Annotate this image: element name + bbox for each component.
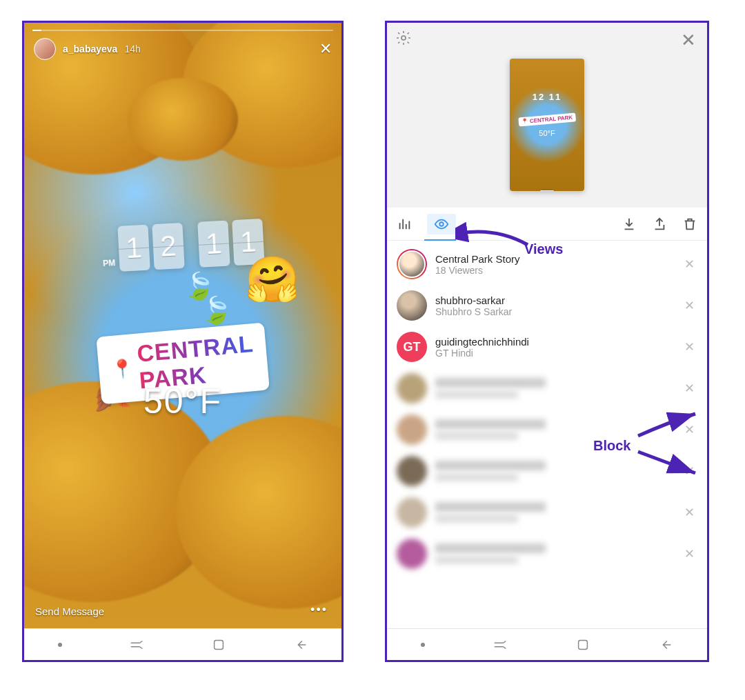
phone-left: a_babayeva 14h ✕ PM 1 2 1 1 🍃 🍃 🤗 🍂 📍 CE…	[22, 21, 344, 662]
blurred-text	[435, 543, 546, 553]
dismiss-icon[interactable]: ✕	[682, 254, 697, 274]
nav-home-button[interactable]	[575, 637, 590, 652]
viewer-count: 18 Viewers	[435, 265, 520, 276]
avatar-blurred	[397, 497, 427, 528]
thumb-temp: 50°F	[539, 129, 555, 137]
avatar-blurred	[397, 456, 427, 486]
nav-recents-button[interactable]	[129, 637, 144, 652]
pm-label: PM	[103, 258, 116, 272]
block-icon[interactable]: ✕	[682, 337, 697, 357]
blurred-text	[435, 390, 518, 399]
location-pin-icon: 📍	[110, 357, 135, 381]
avatar[interactable]: GT	[397, 332, 427, 362]
insights-tab-icon[interactable]	[397, 217, 412, 232]
username[interactable]: a_babayeva	[63, 43, 117, 54]
viewer-row[interactable]: shubhro-sarkar Shubhro S Sarkar ✕	[387, 285, 707, 326]
blurred-text	[435, 461, 546, 470]
story-header: a_babayeva 14h ✕	[34, 38, 332, 60]
views-tab-icon[interactable]	[427, 214, 456, 234]
block-icon[interactable]: ✕	[682, 419, 697, 440]
viewer-summary-row: Central Park Story 18 Viewers ✕	[387, 243, 707, 285]
block-icon[interactable]: ✕	[682, 502, 697, 523]
timestamp: 14h	[124, 43, 140, 54]
blurred-text	[435, 419, 546, 429]
blurred-text	[435, 378, 546, 388]
blurred-text	[435, 473, 518, 481]
nav-dot[interactable]	[58, 643, 62, 647]
story-title: Central Park Story	[435, 253, 520, 265]
android-nav-bar	[24, 628, 341, 660]
viewer-username: shubhro-sarkar	[435, 294, 512, 306]
viewers-tabbar	[387, 208, 707, 241]
android-nav-bar	[387, 628, 707, 660]
clock-digit: 1	[117, 225, 150, 272]
phone-right: ✕ 12 11 📍 CENTRAL PARK 50°F	[385, 21, 709, 662]
time-sticker[interactable]: PM 1 2 1 1	[101, 219, 264, 272]
close-icon[interactable]: ✕	[319, 40, 332, 58]
viewer-row[interactable]: GT guidingtechnichhindi GT Hindi ✕	[387, 326, 707, 368]
nav-recents-button[interactable]	[493, 637, 508, 652]
avatar[interactable]	[34, 38, 56, 60]
gear-icon[interactable]	[395, 30, 412, 49]
block-icon[interactable]: ✕	[682, 378, 697, 399]
trash-icon[interactable]	[682, 217, 697, 232]
share-icon[interactable]	[652, 217, 667, 232]
svg-point-2	[439, 222, 444, 226]
avatar-blurred	[397, 539, 427, 569]
story-background: a_babayeva 14h ✕ PM 1 2 1 1 🍃 🍃 🤗 🍂 📍 CE…	[24, 23, 341, 630]
viewer-row-blurred: ✕	[387, 492, 707, 533]
svg-rect-3	[579, 640, 588, 649]
nav-home-button[interactable]	[211, 637, 226, 652]
viewer-row-blurred: ✕	[387, 409, 707, 450]
story-thumbnail[interactable]: 12 11 📍 CENTRAL PARK 50°F	[510, 59, 584, 191]
svg-rect-0	[214, 640, 223, 649]
more-icon[interactable]: •••	[310, 603, 328, 617]
story-progress-fill	[32, 30, 41, 31]
thumb-location: 📍 CENTRAL PARK	[518, 112, 575, 126]
viewers-header: ✕ 12 11 📍 CENTRAL PARK 50°F	[387, 23, 707, 208]
avatar-blurred	[397, 414, 427, 445]
leaf-emoji: 🍃	[200, 295, 232, 326]
block-icon[interactable]: ✕	[682, 295, 697, 316]
temperature-sticker[interactable]: 50°F	[143, 381, 222, 421]
hugging-face-emoji: 🤗	[245, 254, 300, 306]
blurred-text	[435, 556, 518, 564]
foliage-decoration	[128, 78, 238, 161]
blurred-text	[435, 502, 546, 512]
viewer-row-blurred: ✕	[387, 450, 707, 492]
active-tab-underline	[424, 239, 456, 241]
avatar[interactable]	[397, 249, 427, 279]
thumb-clock: 12 11	[533, 92, 562, 102]
viewer-fullname: Shubhro S Sarkar	[435, 306, 512, 317]
block-icon[interactable]: ✕	[682, 461, 697, 481]
avatar-blurred	[397, 373, 427, 403]
viewer-row-blurred: ✕	[387, 368, 707, 409]
nav-dot[interactable]	[421, 643, 425, 647]
viewer-list: Central Park Story 18 Viewers ✕ shubhro-…	[387, 241, 707, 574]
nav-back-button[interactable]	[658, 637, 673, 652]
viewer-username: guidingtechnichhindi	[435, 336, 529, 348]
blurred-text	[435, 432, 518, 440]
nav-back-button[interactable]	[293, 637, 308, 652]
viewer-row-blurred: ✕	[387, 533, 707, 574]
clock-digit: 2	[152, 223, 184, 270]
thumb-pointer	[540, 190, 554, 191]
clock-digit: 1	[197, 221, 230, 268]
block-icon[interactable]: ✕	[682, 543, 697, 564]
send-message-input[interactable]: Send Message	[35, 606, 104, 617]
svg-point-1	[401, 36, 406, 40]
blurred-text	[435, 514, 518, 523]
story-progress-bar	[32, 30, 333, 31]
avatar[interactable]	[397, 290, 427, 321]
close-icon[interactable]: ✕	[681, 30, 696, 51]
viewer-fullname: GT Hindi	[435, 348, 529, 359]
download-icon[interactable]	[622, 217, 637, 232]
